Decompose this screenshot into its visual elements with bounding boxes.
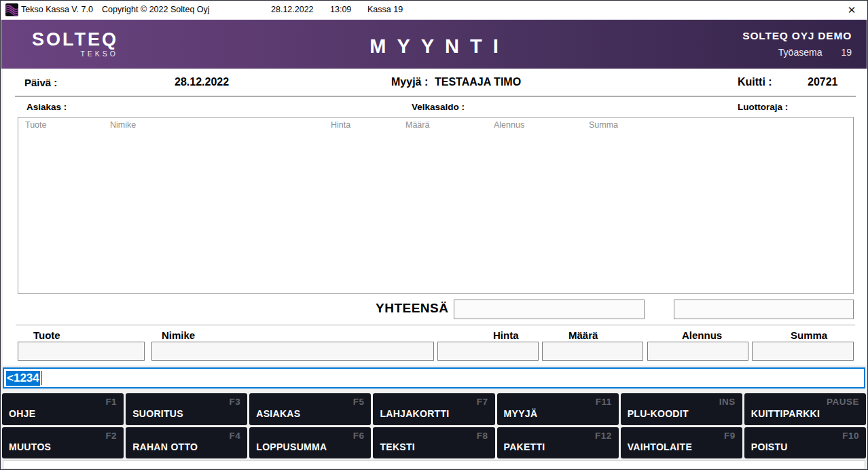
fkey-shortcut: F4 <box>230 431 241 441</box>
titlebar-register: Kassa 19 <box>367 5 403 14</box>
total-label: YHTEENSÄ <box>376 301 448 316</box>
paketti-button[interactable]: F12 PAKETTI <box>497 427 619 458</box>
fkey-label: LOPPUSUMMA <box>256 441 327 452</box>
asiakas-button[interactable]: F5 ASIAKAS <box>249 393 371 425</box>
app-title: Tekso Kassa V. 7.0 <box>21 5 93 14</box>
fkey-label: PLU-KOODIT <box>628 408 689 419</box>
suoritus-button[interactable]: F3 SUORITUS <box>126 393 247 425</box>
seller-label: Myyjä : <box>391 76 428 88</box>
logo-text: SOLTEQ <box>32 30 118 49</box>
entry-label-tuote: Tuote <box>33 329 60 341</box>
summa-input[interactable] <box>752 342 854 361</box>
fkey-shortcut: F6 <box>353 431 365 441</box>
entry-label-nimike: Nimike <box>162 329 195 341</box>
fkey-shortcut: F3 <box>230 397 241 407</box>
lahjakortti-button[interactable]: F7 LAHJAKORTTI <box>373 393 494 425</box>
entry-label-hinta: Hinta <box>493 329 519 341</box>
command-selected-text: <1234 <box>6 371 40 386</box>
divider-line <box>15 96 856 96</box>
fkey-label: MYYJÄ <box>504 408 538 419</box>
column-header-tuote: Tuote <box>25 120 47 130</box>
column-header-summa: Summa <box>589 120 618 130</box>
fkey-shortcut: F9 <box>724 431 736 441</box>
fkey-label: LAHJAKORTTI <box>380 408 449 419</box>
vaihtolaite-button[interactable]: F9 VAIHTOLAITE <box>621 427 742 458</box>
titlebar: Tekso Kassa V. 7.0 Copyright © 2022 Solt… <box>1 1 867 20</box>
teksti-button[interactable]: F8 TEKSTI <box>373 427 494 458</box>
fkey-label: KUITTIPARKKI <box>751 408 820 419</box>
nimike-input[interactable] <box>151 342 434 361</box>
myyja-button[interactable]: F11 MYYJÄ <box>497 393 619 425</box>
company-name: SOLTEQ OYJ DEMO <box>742 30 852 42</box>
workstation-label: Työasema <box>778 47 822 58</box>
fkey-label: VAIHTOLAITE <box>628 441 692 452</box>
fkey-label: TEKSTI <box>380 441 415 452</box>
entry-label-maara: Määrä <box>568 329 598 341</box>
entry-label-alennus: Alennus <box>682 329 722 341</box>
fkey-shortcut: F5 <box>353 397 365 407</box>
status-bar <box>3 460 865 469</box>
loppusumma-button[interactable]: F6 LOPPUSUMMA <box>249 427 371 458</box>
rahan-otto-button[interactable]: F4 RAHAN OTTO <box>126 427 247 458</box>
seller-value: TESTAAJA TIMO <box>435 76 521 88</box>
alennus-input[interactable] <box>647 342 748 361</box>
maara-input[interactable] <box>542 342 643 361</box>
fkey-shortcut: F11 <box>596 397 612 407</box>
fkey-shortcut: F10 <box>842 431 859 441</box>
column-header-maara: Määrä <box>405 120 429 130</box>
titlebar-date: 28.12.2022 <box>271 5 314 14</box>
fkey-label: ASIAKAS <box>256 408 300 419</box>
page-title: MYYNTI <box>359 35 509 58</box>
plu-koodit-button[interactable]: INS PLU-KOODIT <box>621 393 742 425</box>
command-strip: <1234 <box>1 365 867 393</box>
column-header-nimike: Nimike <box>110 120 136 130</box>
total-amount-field <box>454 300 645 319</box>
text-caret <box>41 371 42 385</box>
close-icon[interactable]: ✕ <box>844 3 860 18</box>
header-banner: SOLTEQ TEKSO MYYNTI SOLTEQ OYJ DEMO Työa… <box>1 20 867 69</box>
muutos-button[interactable]: F2 MUUTOS <box>2 427 124 458</box>
kuittiparkki-button[interactable]: PAUSE KUITTIPARKKI <box>744 393 866 425</box>
main-content: Päivä : 28.12.2022 Myyjä : TESTAAJA TIMO… <box>3 69 867 365</box>
fkey-label: POISTU <box>751 441 788 452</box>
entry-label-summa: Summa <box>791 329 827 341</box>
command-input[interactable]: <1234 <box>3 367 865 388</box>
ohje-button[interactable]: F1 OHJE <box>2 393 124 425</box>
header-right: SOLTEQ OYJ DEMO Työasema19 <box>742 30 852 58</box>
workstation-info: Työasema19 <box>742 47 852 58</box>
fkey-shortcut: INS <box>719 397 736 407</box>
secondary-amount-field <box>674 300 854 319</box>
poistu-button[interactable]: F10 POISTU <box>744 427 866 458</box>
column-header-hinta: Hinta <box>331 120 350 130</box>
function-key-panel: F1 OHJE F3 SUORITUS F5 ASIAKAS F7 LAHJAK… <box>2 393 866 458</box>
fkey-label: RAHAN OTTO <box>132 441 198 452</box>
fkey-shortcut: PAUSE <box>827 397 859 407</box>
logo-subtext: TEKSO <box>32 50 118 58</box>
fkey-label: MUUTOS <box>9 441 51 452</box>
receipt-value: 20721 <box>808 76 838 88</box>
hinta-input[interactable] <box>437 342 539 361</box>
fkey-shortcut: F1 <box>105 397 117 407</box>
fkey-label: PAKETTI <box>504 441 545 452</box>
credit-label: Luottoraja : <box>738 102 788 112</box>
column-header-alennus: Alennus <box>494 120 524 130</box>
customer-label: Asiakas : <box>26 102 67 112</box>
receipt-label: Kuitti : <box>738 76 772 88</box>
fkey-label: SUORITUS <box>132 408 183 419</box>
workstation-number: 19 <box>841 47 852 58</box>
solteq-app-icon <box>5 3 18 16</box>
solteq-logo: SOLTEQ TEKSO <box>32 30 118 58</box>
divider-line <box>16 325 855 325</box>
date-label: Päivä : <box>24 77 57 88</box>
fkey-shortcut: F12 <box>595 431 612 441</box>
date-value: 28.12.2022 <box>175 76 229 88</box>
app-window: Tekso Kassa V. 7.0 Copyright © 2022 Solt… <box>0 0 868 470</box>
fkey-label: OHJE <box>9 408 35 419</box>
debt-label: Velkasaldo : <box>412 102 465 112</box>
sales-table: Tuote Nimike Hinta Määrä Alennus Summa <box>18 117 854 294</box>
tuote-input[interactable] <box>18 342 145 361</box>
fkey-shortcut: F7 <box>477 397 488 407</box>
titlebar-time: 13:09 <box>330 5 351 14</box>
fkey-shortcut: F8 <box>477 431 488 441</box>
fkey-shortcut: F2 <box>105 431 117 441</box>
